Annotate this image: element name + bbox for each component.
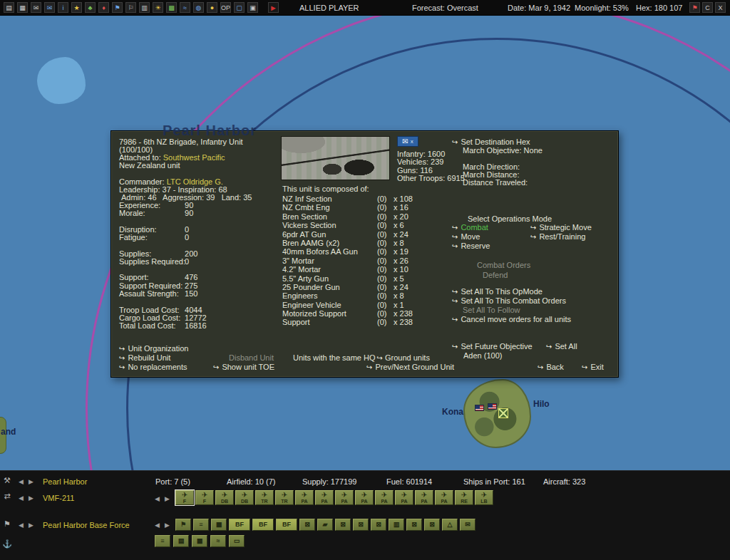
air-unit-button[interactable]: ✈ LB (475, 490, 493, 505)
prev-next-unit-button[interactable]: ↪Prev/Next Ground Unit (366, 363, 454, 371)
base-name-link[interactable]: Pearl Harbor (43, 477, 87, 486)
cancel-move-orders-button[interactable]: ↪Cancel move orders for all units (452, 316, 571, 323)
air-unit-button[interactable]: ✈ F (175, 490, 194, 505)
next-ground-group-button[interactable]: ▶ (29, 522, 34, 529)
ground-unit-button[interactable]: BF (276, 519, 297, 531)
sea-zones-icon[interactable]: ≈ (180, 2, 190, 13)
orders-icon[interactable]: ▤ (4, 2, 14, 13)
air-unit-button[interactable]: ✈ PA (415, 490, 433, 505)
ground-unit-button[interactable]: ⊠ (424, 519, 440, 531)
prev-base-button[interactable]: ◀ (19, 478, 24, 486)
chart-icon[interactable]: ▥ (139, 2, 150, 13)
hawaii-island[interactable] (463, 379, 531, 448)
air-list-prev-button[interactable]: ◀ (155, 495, 160, 503)
show-unit-toe-button[interactable]: ↪Show unit TOE (213, 363, 274, 371)
screen-blue-icon[interactable]: ▢ (234, 2, 245, 13)
intel-icon[interactable]: i (58, 2, 68, 13)
air-unit-button[interactable]: ✈ TR (275, 490, 294, 505)
air-unit-button[interactable]: ✈ PA (335, 490, 354, 505)
air-unit-button[interactable]: ✈ DB (215, 490, 234, 505)
air-unit-button[interactable]: ✈ PA (395, 490, 413, 505)
air-group-name-link[interactable]: VMF-211 (43, 494, 74, 502)
ground-group-name-link[interactable]: Pearl Harbor Base Force (43, 521, 130, 529)
ground-unit-button[interactable]: ≈ (210, 535, 226, 547)
air-mode-icon[interactable]: ⇄ (1, 491, 13, 502)
air-unit-button[interactable]: ✈ PA (355, 490, 374, 505)
op-mode-icon[interactable]: OP (220, 2, 231, 13)
weather-icon[interactable]: ☀ (153, 2, 163, 13)
set-future-objective-button[interactable]: ↪Set Future Objective (452, 343, 533, 351)
notifications-icon[interactable]: ⚑ (689, 2, 700, 13)
mode-rest-button[interactable]: ↪Rest/Training (530, 233, 585, 241)
rebuild-unit-button[interactable]: ↪Rebuild Unit (119, 354, 170, 362)
mode-strategic-button[interactable]: ↪Strategic Move (530, 224, 592, 232)
air-unit-button[interactable]: ✈ PA (375, 490, 394, 505)
mail-all-icon[interactable]: ✉ (31, 2, 41, 13)
ground-unit-button[interactable]: ⊠ (299, 519, 315, 531)
ground-list-prev-button[interactable]: ◀ (155, 522, 160, 529)
combat-events-icon[interactable]: C (702, 2, 713, 13)
terrain-icon[interactable]: ▩ (166, 2, 177, 13)
ground-unit-button[interactable]: BF (252, 519, 274, 531)
ground-unit-button[interactable]: △ (442, 519, 458, 531)
ground-list-next-button[interactable]: ▶ (165, 522, 170, 529)
ground-unit-button[interactable]: ⊠ (406, 519, 422, 531)
ground-unit-button[interactable]: ≡ (155, 535, 170, 547)
flag-gray-icon[interactable]: ⚐ (125, 2, 136, 13)
ground-unit-button[interactable]: ≡ (193, 519, 209, 531)
air-unit-button[interactable]: ✈ DB (235, 490, 254, 505)
prev-air-group-button[interactable]: ◀ (19, 494, 24, 502)
mode-reserve-button[interactable]: ↪Reserve (452, 242, 490, 250)
exit-game-icon[interactable]: X (715, 2, 726, 13)
ground-unit-button[interactable]: ▦ (192, 535, 207, 547)
ground-unit-counter[interactable] (498, 408, 508, 418)
ground-unit-button[interactable]: ▰ (317, 519, 333, 531)
flag-blue-icon[interactable]: ⚑ (112, 2, 123, 13)
ground-unit-button[interactable]: ▭ (229, 535, 245, 547)
no-replacements-button[interactable]: ↪No replacements (119, 363, 187, 371)
star-icon[interactable]: ★ (71, 2, 82, 13)
unit-organization-button[interactable]: ↪Unit Organization (119, 345, 188, 353)
back-button[interactable]: ↪Back (538, 363, 564, 371)
mode-combat-button[interactable]: ↪Combat (452, 224, 488, 232)
set-all-combat-orders-button[interactable]: ↪Set All To This Combat Orders (452, 297, 566, 305)
next-base-button[interactable]: ▶ (29, 478, 34, 486)
globe-icon[interactable]: ◍ (193, 2, 204, 13)
set-all-objective-button[interactable]: ↪Set All (546, 343, 577, 351)
mail-icon[interactable]: ✉ (44, 2, 55, 13)
units-same-hq-control[interactable]: Units with the same HQ↪Ground units (293, 354, 430, 362)
ground-unit-button[interactable]: ⊠ (353, 519, 369, 531)
ground-unit-button[interactable]: ⊠ (335, 519, 351, 531)
losses-icon[interactable]: ♦ (98, 2, 109, 13)
air-unit-button[interactable]: ✈ PA (315, 490, 334, 505)
ground-unit-button[interactable]: BF (229, 519, 250, 531)
ground-unit-button[interactable]: ▥ (389, 519, 404, 531)
ground-unit-button[interactable]: ✉ (460, 519, 475, 531)
ground-mode-icon[interactable]: ⚑ (1, 519, 13, 529)
air-unit-button[interactable]: ✈ RE (455, 490, 473, 505)
end-turn-icon[interactable]: ► (268, 2, 279, 13)
mode-move-button[interactable]: ↪Move (452, 233, 480, 241)
next-air-group-button[interactable]: ▶ (29, 494, 34, 502)
mail-button[interactable]: ✉ x (397, 136, 418, 147)
air-unit-button[interactable]: ✈ F (195, 490, 214, 505)
moonlight-icon[interactable]: ● (207, 2, 217, 13)
air-unit-button[interactable]: ✈ TR (255, 490, 274, 505)
ground-unit-button[interactable]: ▦ (211, 519, 227, 531)
ground-unit-button[interactable]: ⊠ (371, 519, 386, 531)
screen-gray-icon[interactable]: ▣ (247, 2, 258, 13)
air-unit-button[interactable]: ✈ PA (435, 490, 453, 505)
map-grid-icon[interactable]: ▦ (17, 2, 28, 13)
air-unit-button[interactable]: ✈ PA (295, 490, 314, 505)
ground-unit-button[interactable]: ⚑ (175, 519, 191, 531)
ground-unit-button[interactable]: ▤ (173, 535, 189, 547)
exit-button[interactable]: ↪Exit (582, 363, 604, 371)
base-mode-icon[interactable]: ⚒ (1, 475, 13, 486)
set-all-opmode-button[interactable]: ↪Set All To This OpMode (452, 288, 543, 296)
set-all-follow-button[interactable]: Set All To Follow (463, 306, 520, 314)
naval-mode-icon[interactable]: ⚓ (1, 539, 13, 549)
set-destination-button[interactable]: ↪Set Destination Hex (452, 138, 530, 146)
prev-ground-group-button[interactable]: ◀ (19, 522, 24, 529)
industry-icon[interactable]: ♣ (85, 2, 96, 13)
air-list-next-button[interactable]: ▶ (165, 495, 170, 503)
